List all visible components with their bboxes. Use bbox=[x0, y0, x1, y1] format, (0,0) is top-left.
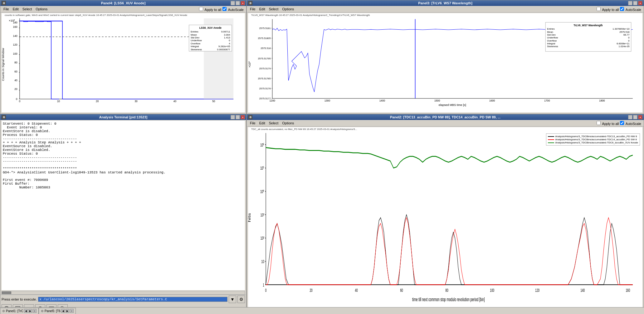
terminal-line-1: Startevent: 0 Stopevent: 0 bbox=[3, 122, 244, 126]
svg-text:hits: hits bbox=[248, 213, 251, 222]
panel3-controls: _ □ × bbox=[628, 1, 642, 5]
panel3-close[interactable]: × bbox=[638, 1, 642, 5]
terminal-controls: _ □ × bbox=[231, 115, 245, 119]
terminal-titlebar: ⚙ Analysis Terminal [pid:13523] _ □ × bbox=[0, 114, 246, 120]
legend-label-green: Analysis/Histograms/3_TDCBins/accumulate… bbox=[555, 141, 638, 144]
tab-panel5-next[interactable]: ▶ bbox=[66, 309, 69, 313]
tab-panel5-label: Panel5: [T6 bbox=[45, 309, 61, 313]
terminal-scrollbar-h[interactable] bbox=[2, 291, 245, 295]
panel3-minimize[interactable]: _ bbox=[628, 1, 632, 5]
panel2-legend: Analysis/Histograms/3_TDCBins/accumulate… bbox=[546, 133, 640, 146]
panel4-autoscale-check[interactable] bbox=[222, 7, 227, 11]
svg-text:140: 140 bbox=[580, 287, 585, 293]
panel4-titlebar: ⚙ Panel4: [LSS6_XUV Anode] _ □ × bbox=[0, 0, 246, 6]
panel3-icon: ⚙ bbox=[248, 1, 252, 5]
svg-text:2575.51805: 2575.51805 bbox=[258, 37, 271, 40]
panel3-chart-title: TrLV6_WS7 Wavelength 16:45:27 2025-03-01… bbox=[251, 14, 370, 17]
svg-text:66.77: 66.77 bbox=[623, 33, 629, 36]
tab-panel5-close[interactable]: × bbox=[70, 309, 74, 313]
terminal-icon: ⚙ bbox=[2, 115, 6, 119]
terminal-exec-btn[interactable]: ⚙ bbox=[237, 296, 245, 303]
panel3-apply-all-check[interactable] bbox=[597, 7, 601, 11]
svg-text:1300: 1300 bbox=[324, 99, 330, 102]
legend-label-black: Analysis/Histograms/3_TDCBins/accumulate… bbox=[555, 135, 637, 138]
svg-text:Underflow: Underflow bbox=[191, 39, 202, 42]
svg-text:20: 20 bbox=[310, 287, 312, 293]
svg-text:2575.51795: 2575.51795 bbox=[258, 57, 271, 60]
panel2-menu-select[interactable]: Select bbox=[267, 121, 281, 126]
panel2-apply-all-check[interactable] bbox=[597, 121, 601, 125]
panel2-autoscale-check[interactable] bbox=[620, 121, 624, 125]
panel2-menu-edit[interactable]: Edit bbox=[257, 121, 267, 126]
panel3-menu-file[interactable]: File bbox=[248, 7, 257, 12]
panel4-minimize[interactable]: _ bbox=[231, 1, 235, 5]
panel3-menubar: File Edit Select Options Apply to all Au… bbox=[247, 6, 644, 12]
svg-text:0: 0 bbox=[628, 39, 630, 42]
terminal-line-12 bbox=[3, 163, 244, 167]
svg-text:2575.518: 2575.518 bbox=[261, 47, 271, 50]
terminal-close[interactable]: × bbox=[241, 115, 245, 119]
svg-text:40: 40 bbox=[14, 79, 17, 82]
panel4-close[interactable]: × bbox=[241, 1, 245, 5]
terminal-send-btn[interactable]: ▼ bbox=[229, 296, 236, 303]
panel3-menu-edit[interactable]: Edit bbox=[257, 7, 267, 12]
terminal-scrollbar-thumb[interactable] bbox=[2, 292, 11, 294]
panel2-close[interactable]: × bbox=[638, 115, 642, 119]
legend-item-green: Analysis/Histograms/3_TDCBins/accumulate… bbox=[548, 141, 638, 144]
terminal-minimize[interactable]: _ bbox=[231, 115, 235, 119]
terminal-input[interactable] bbox=[38, 297, 227, 302]
tab-panel1-close[interactable]: × bbox=[33, 309, 37, 313]
svg-text:40: 40 bbox=[173, 100, 177, 103]
tab-panel1-prev[interactable]: ◀ bbox=[24, 309, 28, 313]
svg-text:40: 40 bbox=[355, 287, 358, 293]
panel4-icon: ⚙ bbox=[2, 1, 6, 5]
panel4: ⚙ Panel4: [LSS6_XUV Anode] _ □ × File Ed… bbox=[0, 0, 246, 114]
panel3-menu-select[interactable]: Select bbox=[267, 7, 281, 12]
terminal-line-7: EventSource is disabled. bbox=[3, 144, 244, 148]
svg-text:1800: 1800 bbox=[599, 99, 605, 102]
svg-text:0: 0 bbox=[19, 100, 21, 103]
svg-text:Entries: Entries bbox=[191, 30, 198, 33]
svg-text:160: 160 bbox=[626, 287, 630, 293]
svg-text:30: 30 bbox=[134, 100, 138, 103]
panel2-chart: TDC_all counts accumulated, no filter_PD… bbox=[248, 127, 642, 308]
panel2-menu-file[interactable]: File bbox=[248, 121, 257, 126]
panel4-menu-file[interactable]: File bbox=[2, 7, 11, 12]
panel2-restore[interactable]: □ bbox=[633, 115, 637, 119]
terminal-line-6: + + + + Analysis Step Analysis + + + + bbox=[3, 141, 244, 144]
panel4-restore[interactable]: □ bbox=[236, 1, 240, 5]
terminal-restore[interactable]: □ bbox=[236, 115, 240, 119]
panel4-menu-edit[interactable]: Edit bbox=[11, 7, 21, 12]
svg-text:0: 0 bbox=[265, 287, 267, 293]
panel4-controls: _ □ × bbox=[231, 1, 245, 5]
tab-panel5[interactable]: ⚙ Panel5: [T6 ◀ ▶ × bbox=[39, 308, 76, 314]
panel3-autoscale-check[interactable] bbox=[620, 7, 624, 11]
svg-text:2575.5177: 2575.5177 bbox=[259, 97, 271, 100]
svg-text:Entries: Entries bbox=[547, 27, 554, 30]
svg-text:80: 80 bbox=[446, 287, 448, 293]
tab-panel1-next[interactable]: ▶ bbox=[28, 309, 32, 313]
panel3-restore[interactable]: □ bbox=[633, 1, 637, 5]
panel3-menu-options[interactable]: Options bbox=[280, 7, 296, 12]
tab-panel1[interactable]: ⚙ Panel1: [TrC ◀ ▶ × bbox=[0, 308, 39, 314]
panel3-svg: ×10⁶ 2575.5177 2575.5178 2575.51785 2575… bbox=[248, 13, 642, 112]
panel4-menu-options[interactable]: Options bbox=[34, 7, 49, 12]
svg-text:60: 60 bbox=[14, 70, 17, 73]
svg-text:4: 4 bbox=[229, 42, 230, 45]
svg-text:20: 20 bbox=[14, 87, 17, 91]
panel4-menu-select[interactable]: Select bbox=[21, 7, 34, 12]
panel3-chart: TrLV6_WS7 Wavelength 16:45:27 2025-03-01… bbox=[248, 13, 642, 112]
svg-text:6.6008e+11: 6.6008e+11 bbox=[617, 42, 629, 45]
svg-text:Std Dev: Std Dev bbox=[191, 36, 199, 39]
svg-text:1700: 1700 bbox=[544, 99, 550, 102]
terminal-line-16: First event #: 7099689 bbox=[3, 178, 244, 182]
panel4-apply-all-check[interactable] bbox=[199, 7, 203, 11]
terminal-line-4: Process Status: 0 bbox=[3, 133, 244, 137]
svg-text:Mean: Mean bbox=[191, 33, 197, 36]
panel2-minimize[interactable]: _ bbox=[628, 115, 632, 119]
tab-panel5-prev[interactable]: ◀ bbox=[61, 309, 65, 313]
panel2-menu-options[interactable]: Options bbox=[280, 121, 296, 126]
svg-text:10³: 10³ bbox=[261, 212, 264, 217]
svg-text:Skewness: Skewness bbox=[191, 48, 202, 51]
svg-text:Integral: Integral bbox=[547, 42, 555, 45]
